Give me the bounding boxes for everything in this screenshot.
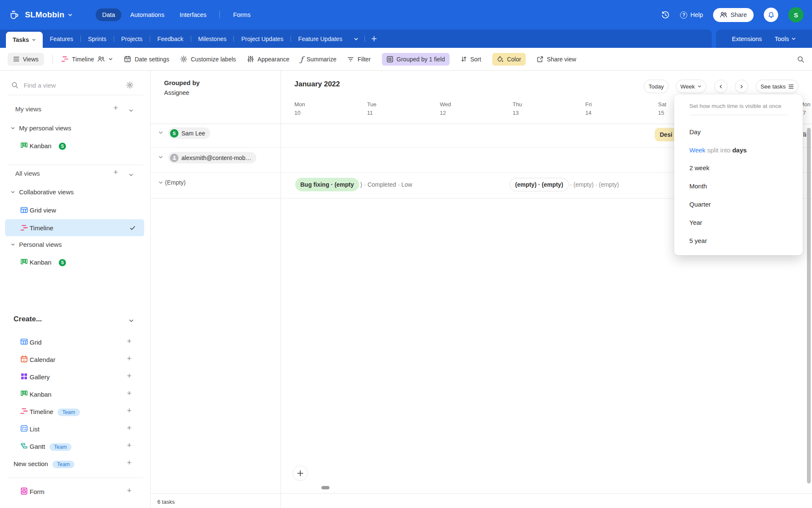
dropdown-option-day[interactable]: Day [689,128,701,135]
create-list-plus-button[interactable]: + [127,425,132,431]
appearance-button[interactable]: Appearance [247,55,290,63]
range-select-button[interactable]: Week [676,80,706,93]
collapse-group-chevron-icon[interactable] [158,180,163,185]
today-button[interactable]: Today [644,80,669,93]
collapse-group-chevron-icon[interactable] [158,155,163,160]
tab-tasks-active[interactable]: Tasks [6,32,43,48]
create-item-gantt[interactable]: GanttTeam [30,443,71,451]
see-tasks-button[interactable]: See tasks [756,80,798,93]
dropdown-option-2-week[interactable]: 2 week [689,164,710,171]
create-item-calendar[interactable]: Calendar [30,356,55,363]
tabs-panel: Tasks Features Sprints Projects Feedback… [0,30,712,48]
dropdown-option-quarter[interactable]: Quarter [689,201,711,208]
tab-project-updates[interactable]: Project Updates [234,36,291,42]
create-item-kanban[interactable]: Kanban [30,391,52,398]
create-item-gallery[interactable]: Gallery [30,373,50,381]
group-header-sam-lee[interactable]: S Sam Lee [168,127,210,139]
sidebar-item-kanban-personal[interactable]: Kanban [30,142,52,149]
all-views-chevron-icon[interactable] [129,171,134,179]
create-gallery-plus-button[interactable]: + [127,373,132,379]
create-item-grid[interactable]: Grid [30,339,41,346]
create-grid-plus-button[interactable]: + [127,338,132,345]
base-name[interactable]: SLMobbin [25,10,64,19]
add-view-button[interactable]: + [113,169,118,176]
find-view-input[interactable]: Find a view [24,82,56,89]
collapse-group-chevron-icon[interactable] [158,130,163,135]
dropdown-option-year[interactable]: Year [689,219,702,226]
create-item-label: Timeline [30,408,53,415]
add-my-view-button[interactable]: + [113,105,118,111]
create-gantt-plus-button[interactable]: + [127,442,132,449]
create-new-section-plus-button[interactable]: + [127,459,132,466]
nav-automations[interactable]: Automations [124,8,171,21]
add-record-button[interactable] [293,466,308,481]
extensions-button[interactable]: Extensions [732,36,762,42]
notifications-button[interactable] [764,8,778,22]
views-button[interactable]: Views [8,53,44,66]
share-view-button[interactable]: Share view [537,56,576,63]
tabs-overflow-chevron-icon[interactable] [354,36,359,41]
chevron-right-icon [739,84,744,89]
my-views-chevron-icon[interactable] [129,107,134,115]
dropdown-option-month[interactable]: Month [689,182,707,190]
create-kanban-plus-button[interactable]: + [127,390,132,397]
date-settings-button[interactable]: 31 Date settings [124,55,169,63]
group-personal-views[interactable]: Personal views [11,241,62,248]
task-empty-pair[interactable]: (empty) · (empty) · (empty) · (empty) [510,178,619,191]
nav-data[interactable]: Data [96,8,121,21]
history-icon[interactable] [661,11,670,19]
sidebar-item-grid-view[interactable]: Grid view [30,207,56,214]
create-item-new-section[interactable]: New sectionTeam [14,460,74,468]
create-form-plus-button[interactable]: + [127,487,132,494]
task-bar[interactable]: (empty) · (empty) [510,178,569,191]
nav-interfaces[interactable]: Interfaces [173,8,213,21]
tab-feature-updates[interactable]: Feature Updates [291,36,349,42]
color-button[interactable]: Color [492,53,526,66]
create-timeline-plus-button[interactable]: + [127,407,132,414]
vertical-scrollbar-thumb[interactable] [807,128,811,483]
create-item-form[interactable]: Form [30,488,44,495]
group-column-divider[interactable] [280,71,281,508]
tab-milestones[interactable]: Milestones [191,36,234,42]
base-chevron-down-icon[interactable] [68,12,73,17]
group-header-empty[interactable]: (Empty) [165,179,186,186]
base-logo-cup-icon[interactable] [8,9,20,21]
view-settings-gear-icon[interactable] [126,81,134,91]
search-view-button[interactable] [797,55,804,63]
dropdown-option-week[interactable]: Week split into days [689,146,747,154]
next-button[interactable] [735,80,748,93]
team-badge: Team [58,409,80,416]
customize-labels-button[interactable]: Customize labels [180,55,236,63]
create-item-list[interactable]: List [30,425,39,433]
help-button[interactable]: ? Help [680,11,703,19]
sidebar-item-kanban-2[interactable]: Kanban [30,259,52,266]
nav-forms[interactable]: Forms [227,8,257,21]
day-number: 13 [513,110,518,116]
add-table-icon[interactable] [371,36,377,42]
tab-sprints[interactable]: Sprints [81,36,114,42]
task-bug-fixing[interactable]: Bug fixing · (empty ) · Completed · Low [295,178,412,191]
filter-button[interactable]: Filter [347,56,370,63]
sort-button[interactable]: Sort [461,56,481,63]
group-my-personal-views[interactable]: My personal views [11,124,71,132]
summarize-button[interactable]: ƒ Summarize [300,55,336,64]
group-collaborative-views[interactable]: Collaborative views [11,188,74,196]
task-bar[interactable]: Bug fixing · (empty [295,178,359,191]
share-button[interactable]: Share [713,8,754,22]
current-view-button[interactable]: Timeline [61,55,113,63]
create-calendar-plus-button[interactable]: + [127,355,132,362]
prev-button[interactable] [714,80,727,93]
tab-projects[interactable]: Projects [114,36,150,42]
tools-button[interactable]: Tools [775,36,796,42]
user-avatar[interactable]: S [788,7,804,22]
create-chevron-icon[interactable] [129,318,134,325]
grouped-by-button[interactable]: Grouped by 1 field [382,53,450,66]
share-view-icon [537,56,543,63]
group-header-alexsmith[interactable]: alexsmith@content-mob… [168,152,256,163]
help-label: Help [690,11,703,18]
horizontal-scrollbar-thumb[interactable] [321,486,329,489]
tab-feedback[interactable]: Feedback [150,36,190,42]
dropdown-option-5-year[interactable]: 5 year [689,237,707,244]
create-item-timeline[interactable]: TimelineTeam [30,408,80,416]
tab-features[interactable]: Features [43,36,80,42]
